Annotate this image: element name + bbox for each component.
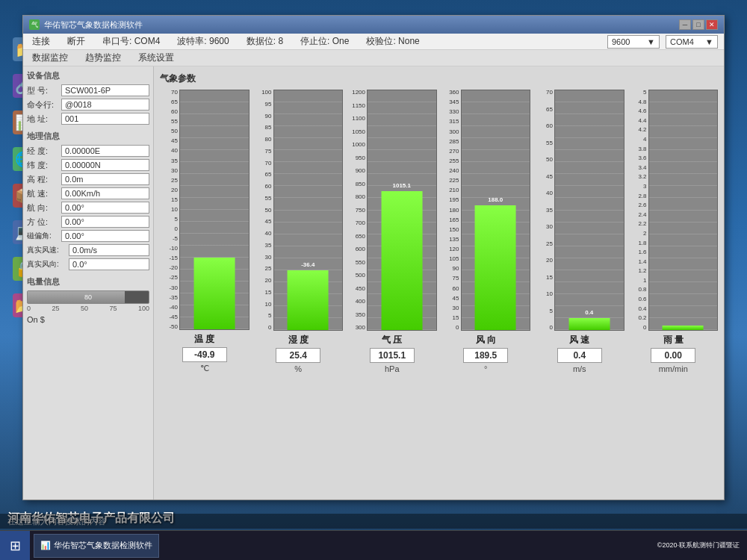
azimuth-row: 方 位: 0.00°	[27, 216, 149, 228]
chart-scale-wind_speed: 7065605550454035302520151050	[535, 90, 554, 331]
chart-number-pressure: 1015.1	[370, 348, 415, 363]
chart-col-humidity: 1009590858075706560555045403530252015105…	[254, 90, 344, 373]
taskbar-app-item[interactable]: 📊 华佑智芯气象数据检测软件	[34, 534, 159, 558]
longitude-row: 经 度: 0.00000E	[27, 145, 149, 157]
chart-wrapper-rain: 54.84.64.44.243.83.63.43.232.82.62.42.22…	[629, 90, 719, 331]
menu-stopbits: 停止位: One	[297, 34, 352, 49]
longitude-value: 0.00000E	[61, 145, 149, 157]
chart-bar-label-pressure: 1015.1	[393, 182, 411, 189]
chart-col-pressure: 1200115011001050100095090085080075070065…	[347, 90, 437, 373]
baud-dropdown[interactable]: 9600 ▼	[607, 35, 660, 49]
battery-fill-label: 80	[28, 291, 149, 303]
heading-label: 航 向:	[27, 202, 58, 214]
latitude-value: 0.00000N	[61, 159, 149, 171]
altitude-label: 高 程:	[27, 174, 58, 185]
chart-scale-humidity: 1009590858075706560555045403530252015105…	[254, 90, 273, 331]
geo-info-title: 地理信息	[27, 131, 149, 142]
device-info-title: 设备信息	[27, 70, 149, 81]
chart-bar-area-pressure: 1015.1	[367, 90, 437, 331]
menu-disconnect[interactable]: 断开	[64, 34, 88, 49]
azimuth-label: 方 位:	[27, 217, 58, 228]
taskbar-tray: ©2020·联系航测特门疆暨证	[650, 541, 747, 550]
chart-bar-area-wind_speed: 0.4	[554, 90, 624, 331]
chart-bar-temperature	[193, 258, 235, 329]
toolbar-data-monitor[interactable]: 数据监控	[29, 51, 71, 65]
true-wind-speed-value: 0.0m/s	[69, 244, 149, 256]
toolbar-settings[interactable]: 系统设置	[135, 51, 177, 65]
chart-col-wind_speed: 70656055504540353025201510500.4风 速0.4m/s	[535, 90, 624, 373]
start-button[interactable]: ⊞	[0, 531, 30, 561]
chart-label-humidity: 湿 度	[288, 334, 309, 346]
taskbar-items: 📊 华佑智芯气象数据检测软件	[30, 534, 650, 558]
chart-label-wind_dir: 风 向	[476, 334, 496, 346]
taskbar: ⊞ 📊 华佑智芯气象数据检测软件 ©2020·联系航测特门疆暨证	[0, 530, 747, 560]
chart-bar-label-wind_speed: 0.4	[585, 309, 593, 316]
chart-number-humidity: 25.4	[276, 348, 320, 363]
desktop: 📁 🔗 📊 🌐 📦 💻 🔒 📂 气 华佑智芯气象数据检测软件	[0, 0, 747, 560]
longitude-label: 经 度:	[27, 146, 58, 157]
chart-unit-humidity: %	[294, 364, 302, 373]
tray-copyright: ©2020·联系航测特门疆暨证	[657, 541, 740, 550]
chart-bar-wind_dir	[475, 205, 516, 330]
bottom-input-area: 在这里输入内容搜索的内容	[0, 514, 747, 529]
geo-info-section: 地理信息 经 度: 0.00000E 纬 度: 0.00000N 高 程: 0.…	[27, 131, 149, 270]
true-wind-dir-value: 0.0°	[69, 258, 149, 270]
chart-wrapper-humidity: 1009590858075706560555045403530252015105…	[254, 90, 344, 331]
toolbar-trend-monitor[interactable]: 趋势监控	[82, 51, 124, 65]
chart-wrapper-pressure: 1200115011001050100095090085080075070065…	[347, 90, 437, 331]
heading-value: 0.00°	[61, 202, 149, 214]
chart-col-wind_dir: 3603453303153002852702552402252101951801…	[441, 90, 531, 373]
chart-bar-area-rain	[648, 90, 719, 331]
maximize-button[interactable]: □	[692, 19, 704, 30]
latitude-label: 纬 度:	[27, 160, 58, 171]
altitude-row: 高 程: 0.0m	[27, 173, 149, 185]
chart-wrapper-temperature: 7065605550454035302520151050-5-10-15-20-…	[160, 90, 249, 330]
declination-value: 0.00°	[61, 230, 149, 242]
menu-parity: 校验位: None	[363, 34, 422, 49]
true-wind-dir-label: 真实风向:	[27, 259, 66, 270]
device-info-section: 设备信息 型 号: SCW001-6P 命令行: @0018 地 址: 001	[27, 70, 149, 125]
azimuth-value: 0.00°	[61, 216, 149, 228]
menu-databits: 数据位: 8	[244, 34, 286, 49]
bottom-input-placeholder: 在这里输入内容搜索的内容	[7, 516, 106, 527]
chart-number-wind_dir: 189.5	[463, 348, 508, 363]
heading-row: 航 向: 0.00°	[27, 202, 149, 214]
chart-label-wind_speed: 风 速	[569, 334, 589, 346]
chart-number-temperature: -49.9	[182, 347, 227, 362]
app-icon: 气	[29, 19, 40, 30]
right-panel: 气象参数 7065605550454035302520151050-5-10-1…	[154, 66, 724, 500]
declination-row: 磁偏角: 0.00°	[27, 230, 149, 242]
chart-scale-pressure: 1200115011001050100095090085080075070065…	[347, 90, 367, 331]
true-wind-dir-row: 真实风向: 0.0°	[27, 258, 149, 270]
chart-wrapper-wind_speed: 70656055504540353025201510500.4	[535, 90, 624, 331]
chart-bar-rain	[663, 326, 704, 330]
true-wind-speed-row: 真实风速: 0.0m/s	[27, 244, 149, 256]
chart-bar-area-humidity: -36.4	[273, 90, 344, 331]
menu-connect[interactable]: 连接	[29, 34, 53, 49]
toolbar: 数据监控 趋势监控 系统设置	[23, 50, 724, 66]
close-button[interactable]: ✕	[706, 19, 718, 30]
menu-bar: 连接 断开 串口号: COM4 波特率: 9600 数据位: 8 停止位: On…	[23, 34, 724, 50]
port-dropdown[interactable]: COM4 ▼	[666, 35, 718, 49]
minimize-button[interactable]: ─	[679, 19, 691, 30]
menu-baud: 波特率: 9600	[174, 34, 232, 49]
speed-label: 航 速:	[27, 188, 58, 199]
model-value: SCW001-6P	[61, 84, 149, 96]
chart-bar-label-wind_dir: 188.0	[488, 196, 503, 203]
true-wind-speed-label: 真实风速:	[27, 245, 66, 255]
address-label: 地 址:	[27, 113, 58, 125]
right-panel-title: 气象参数	[160, 72, 718, 85]
model-label: 型 号:	[27, 85, 58, 96]
model-row: 型 号: SCW001-6P	[27, 84, 149, 96]
title-bar-left: 气 华佑智芯气象数据检测软件	[29, 19, 143, 31]
chart-label-pressure: 气 压	[382, 334, 402, 346]
chart-bar-area-wind_dir: 188.0	[461, 90, 531, 331]
altitude-value: 0.0m	[61, 173, 149, 185]
chart-col-temperature: 7065605550454035302520151050-5-10-15-20-…	[160, 90, 249, 373]
app-window: 气 华佑智芯气象数据检测软件 ─ □ ✕ 连接 断开 串口号: COM4 波特率…	[22, 15, 725, 500]
command-value: @0018	[61, 99, 149, 111]
battery-bar: 80	[27, 290, 149, 304]
menu-bar-right: 9600 ▼ COM4 ▼	[607, 35, 718, 49]
chart-bar-label-humidity: -36.4	[301, 261, 314, 268]
chart-bar-pressure	[381, 191, 422, 330]
